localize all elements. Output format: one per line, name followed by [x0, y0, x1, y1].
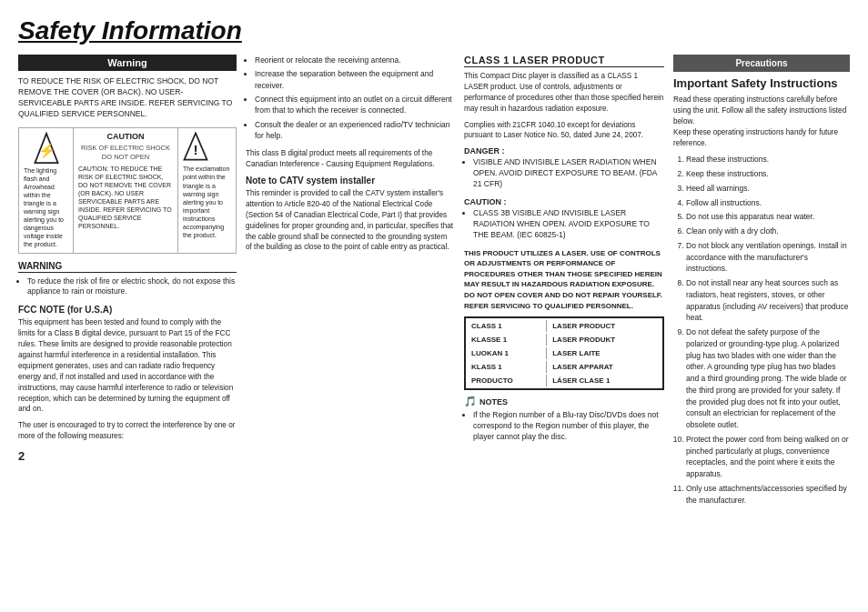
page-number: 2 [18, 449, 237, 463]
caution-subtitle2: DO NOT OPEN [78, 153, 173, 162]
laser-table-left: KLASS 1 [468, 361, 547, 373]
laser-table-row: KLASS 1LASER APPARAT [468, 361, 661, 373]
warning-banner: Warning [18, 55, 237, 71]
danger-label: DANGER : [464, 146, 664, 156]
laser-column: CLASS 1 LASER PRODUCT This Compact Disc … [464, 55, 664, 508]
fcc-body2: The user is encouraged to try to correct… [18, 420, 237, 442]
danger-bullets: VISIBLE AND INVISIBLE LASER RADIATION WH… [464, 157, 664, 190]
precautions-item-11: Only use attachments/accessories specifi… [686, 483, 850, 507]
laser-table-row: KLASSE 1LASER PRODUKT [468, 334, 661, 346]
precautions-column: Precautions Important Safety Instruction… [673, 55, 850, 508]
precautions-item-5: Do not use this apparatus near water. [686, 211, 850, 223]
warning-text: TO REDUCE THE RISK OF ELECTRIC SHOCK, DO… [18, 76, 237, 120]
lightning-cell: ⚡ The lighting flash and Arrowhead withi… [19, 128, 74, 253]
mid-column: Reorient or relocate the receiving anten… [246, 55, 455, 508]
notes-heading: 🎵 NOTES [464, 396, 664, 407]
mid-bullets: Reorient or relocate the receiving anten… [246, 55, 455, 141]
laser-table-right: LASER APPARAT [549, 361, 661, 373]
exclaim-icon: ! [183, 132, 208, 161]
warning-heading: WARNING [18, 261, 237, 273]
caution-middle-cell: CAUTION RISK OF ELECTRIC SHOCK DO NOT OP… [74, 128, 178, 253]
laser-table-row: PRODUCTOLÁSER CLASE 1 [468, 375, 661, 386]
mid-bullet-2: Increase the separation between the equi… [255, 68, 455, 91]
precautions-item-6: Clean only with a dry cloth. [686, 226, 850, 237]
notes-icon: 🎵 [464, 396, 477, 407]
lightning-desc: The lighting flash and Arrowhead within … [24, 166, 68, 249]
precautions-item-7: Do not block any ventilation openings. I… [686, 240, 850, 275]
laser-table-row: CLASS 1LASER PRODUCT [468, 320, 661, 332]
notes-bullets: If the Region number of a Blu-ray Disc/D… [464, 410, 664, 443]
notes-bullet-1: If the Region number of a Blu-ray Disc/D… [473, 410, 664, 443]
laser-complies: Complies with 21CFR 1040.10 except for d… [464, 120, 664, 142]
danger-bullet-1: VISIBLE AND INVISIBLE LASER RADIATION WH… [473, 157, 664, 190]
catv-heading: Note to CATV system installer [246, 176, 455, 186]
precautions-item-9: Do not defeat the safety purpose of the … [686, 326, 850, 431]
warning-bullet-1: To reduce the risk of fire or electric s… [27, 276, 237, 298]
laser-table-left: CLASS 1 [468, 320, 547, 332]
warning-bullets: To reduce the risk of fire or electric s… [18, 276, 237, 298]
important-heading: Important Safety Instructions [673, 76, 850, 90]
caution-bullet-1: CLASS 3B VISIBLE AND INVISIBLE LASER RAD… [473, 208, 664, 241]
laser-table-left: KLASSE 1 [468, 334, 547, 346]
laser-table-right: LASER PRODUKT [549, 334, 661, 346]
precautions-list: Read these instructions.Keep these instr… [673, 154, 850, 506]
precautions-item-3: Heed all warnings. [686, 183, 850, 195]
laser-table-right: LASER LAITE [549, 347, 661, 359]
laser-heading: CLASS 1 LASER PRODUCT [464, 55, 664, 67]
laser-table-right: LÁSER CLASE 1 [549, 375, 661, 386]
laser-table-row: LUOKAN 1LASER LAITE [468, 347, 661, 359]
svg-text:⚡: ⚡ [37, 141, 56, 158]
fcc-body1: This equipment has been tested and found… [18, 317, 237, 415]
svg-text:!: ! [193, 142, 197, 157]
product-warning: THIS PRODUCT UTILIZES A LASER. USE OF CO… [464, 248, 664, 312]
precautions-item-8: Do not install near any heat sources suc… [686, 277, 850, 324]
canadian-text: This class B digital product meets all r… [246, 148, 455, 170]
laser-table-left: LUOKAN 1 [468, 347, 547, 359]
caution-bullets: CLASS 3B VISIBLE AND INVISIBLE LASER RAD… [464, 208, 664, 241]
page-title: Safety Information [18, 16, 850, 45]
fcc-heading: FCC NOTE (for U.S.A) [18, 305, 237, 315]
mid-bullet-1: Reorient or relocate the receiving anten… [255, 55, 455, 65]
catv-body: This reminder is provided to call the CA… [246, 188, 455, 253]
laser-intro: This Compact Disc player is classified a… [464, 71, 664, 115]
left-column: Warning TO REDUCE THE RISK OF ELECTRIC S… [18, 55, 237, 508]
lightning-icon: ⚡ [34, 132, 59, 165]
exclaim-cell: ! The exclamation point within the trian… [178, 128, 236, 253]
mid-bullet-3: Connect this equipment into an outlet on… [255, 94, 455, 116]
caution-subtitle1: RISK OF ELECTRIC SHOCK [78, 144, 173, 153]
caution-label: CAUTION : [464, 197, 664, 206]
notes-section: 🎵 NOTES If the Region number of a Blu-ra… [464, 396, 664, 443]
precautions-item-2: Keep these instructions. [686, 168, 850, 180]
precautions-header: Precautions [673, 55, 850, 72]
laser-table-right: LASER PRODUCT [549, 320, 661, 332]
exclaim-desc: The exclamation point within the triangl… [183, 165, 231, 239]
precautions-item-10: Protect the power cord from being walked… [686, 434, 850, 480]
precautions-item-4: Follow all instructions. [686, 197, 850, 209]
caution-title: CAUTION [78, 132, 173, 143]
mid-bullet-4: Consult the dealer or an experienced rad… [255, 119, 455, 142]
laser-table-left: PRODUCTO [468, 375, 547, 386]
laser-table: CLASS 1LASER PRODUCTKLASSE 1LASER PRODUK… [464, 316, 664, 390]
caution-icons-row: ⚡ The lighting flash and Arrowhead withi… [18, 127, 237, 254]
precautions-item-1: Read these instructions. [686, 154, 850, 166]
precautions-intro: Read these operating instructions carefu… [673, 95, 850, 148]
caution-desc: CAUTION: TO REDUCE THE RISK OF ELECTRIC … [78, 165, 173, 231]
